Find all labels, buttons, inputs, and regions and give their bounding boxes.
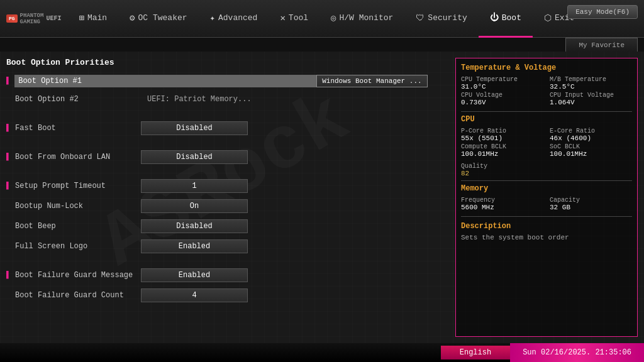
cpu-temp-section: CPU Temperature 31.0°C <box>461 76 543 90</box>
advanced-icon: ✦ <box>210 13 215 23</box>
boot-failure-msg-value: Enabled <box>141 268 248 282</box>
language-button[interactable]: English <box>441 346 510 359</box>
setup-prompt-row[interactable]: ▌ Setup Prompt Timeout 1 <box>6 178 449 194</box>
tab-advanced-label: Advanced <box>218 13 257 23</box>
boot-beep-row[interactable]: Boot Beep Disabled <box>6 218 449 234</box>
cpu-input-value: 1.064V <box>550 99 632 106</box>
oc-icon: ⚙ <box>130 13 135 23</box>
cpu-input-section: CPU Input Voltage 1.064V <box>550 92 632 106</box>
indicator-fast-boot: ▌ <box>6 124 11 133</box>
cpu-voltage-value: 0.736V <box>461 99 543 106</box>
tab-oc-label: OC Tweaker <box>138 13 187 23</box>
quality-label: Quality <box>461 163 632 170</box>
freq-section: Frequency 5600 MHz <box>461 197 543 211</box>
description-text: Sets the system boot order <box>461 233 632 243</box>
temp-voltage-title: Temperature & Voltage <box>461 63 632 72</box>
footer: English Sun 02/16/2025. 21:35:06 <box>0 343 644 362</box>
mb-temp-label: M/B Temperature <box>550 76 632 83</box>
left-panel: Boot Option Priorities ▌ Boot Option #1 … <box>6 58 449 337</box>
boot-option-2-label: Boot Option #2 <box>15 95 141 104</box>
quality-value: 82 <box>461 170 632 177</box>
setup-prompt-label: Setup Prompt Timeout <box>15 182 141 190</box>
description-title: Description <box>461 222 632 231</box>
pcore-section: P-Core Ratio 55x (5501) <box>461 128 543 142</box>
hw-icon: ◎ <box>331 13 336 23</box>
memory-title: Memory <box>461 184 632 193</box>
tab-tool[interactable]: ✕ Tool <box>269 0 319 38</box>
cpu-input-label: CPU Input Voltage <box>550 92 632 99</box>
boot-from-lan-value: Disabled <box>141 150 248 164</box>
full-screen-logo-value: Enabled <box>141 239 248 253</box>
numlock-label: Bootup Num-Lock <box>15 202 141 211</box>
compute-bclk-value: 100.01MHz <box>461 150 543 158</box>
logo-text: PHANTOMGAMING <box>20 13 44 25</box>
compute-bclk-section: Compute BCLK 100.01MHz <box>461 143 543 158</box>
cpu-temp-label: CPU Temperature <box>461 76 543 83</box>
uefi-label: UEFI <box>46 15 61 22</box>
boot-option-2-value: UEFI: Patriot Memory... <box>147 95 252 104</box>
capacity-value: 32 GB <box>550 204 632 211</box>
main-content: Boot Option Priorities ▌ Boot Option #1 … <box>0 52 644 343</box>
my-favorite-tab[interactable]: My Favorite <box>565 38 638 52</box>
mb-temp-value: 32.5°C <box>550 83 632 90</box>
tab-boot[interactable]: ⏻ Boot <box>479 0 533 38</box>
tool-icon: ✕ <box>280 13 285 23</box>
indicator-boot1: ▌ <box>6 77 11 85</box>
main-icon: ⊞ <box>79 13 84 23</box>
tab-security[interactable]: 🛡 Security <box>404 0 478 38</box>
tab-oc-tweaker[interactable]: ⚙ OC Tweaker <box>118 0 198 38</box>
boot-option-1-row[interactable]: ▌ Boot Option #1 Windows Boot Manager ..… <box>6 75 449 87</box>
boot-option-2-row[interactable]: Boot Option #2 UEFI: Patriot Memory... <box>6 91 449 107</box>
exit-icon: ⬡ <box>544 13 552 23</box>
boot-failure-count-row[interactable]: Boot Failure Guard Count 4 <box>6 287 449 304</box>
fast-boot-label: Fast Boot <box>15 124 141 133</box>
full-screen-logo-label: Full Screen Logo <box>15 242 141 251</box>
ecore-ratio-label: E-Core Ratio <box>550 128 632 134</box>
tab-main-label: Main <box>87 13 107 23</box>
freq-label: Frequency <box>461 197 543 204</box>
cpu-voltage-label: CPU Voltage <box>461 92 543 99</box>
boot-from-lan-row[interactable]: ▌ Boot From Onboard LAN Disabled <box>6 149 449 165</box>
cpu-temp-value: 31.0°C <box>461 83 543 90</box>
boot-option-1-label: Boot Option #1 <box>14 75 316 87</box>
cpu-grid: P-Core Ratio 55x (5501) E-Core Ratio 46x… <box>461 128 632 158</box>
full-screen-logo-row[interactable]: Full Screen Logo Enabled <box>6 238 449 255</box>
indicator-lan: ▌ <box>6 153 11 162</box>
indicator-failure-msg: ▌ <box>6 271 11 280</box>
soc-bclk-section: SoC BCLK 100.01MHz <box>550 143 632 158</box>
tab-main[interactable]: ⊞ Main <box>67 0 118 38</box>
freq-value: 5600 MHz <box>461 204 543 211</box>
easy-mode-button[interactable]: Easy Mode(F6) <box>567 5 638 19</box>
compute-bclk-label: Compute BCLK <box>461 143 543 150</box>
right-panel: Temperature & Voltage CPU Temperature 31… <box>455 58 638 337</box>
tab-security-label: Security <box>428 13 467 23</box>
soc-bclk-label: SoC BCLK <box>550 143 632 150</box>
mb-temp-section: M/B Temperature 32.5°C <box>550 76 632 90</box>
numlock-row[interactable]: Bootup Num-Lock On <box>6 198 449 214</box>
boot-failure-count-value: 4 <box>141 288 248 302</box>
description-section: Description Sets the system boot order <box>461 222 632 243</box>
boot-failure-msg-row[interactable]: ▌ Boot Failure Guard Message Enabled <box>6 267 449 283</box>
tab-hw-monitor[interactable]: ◎ H/W Monitor <box>319 0 404 38</box>
boot-icon: ⏻ <box>490 13 499 23</box>
tab-advanced[interactable]: ✦ Advanced <box>199 0 269 38</box>
capacity-section: Capacity 32 GB <box>550 197 632 211</box>
boot-option-1-value: Windows Boot Manager ... <box>316 75 427 87</box>
brand-logo: PG <box>6 14 18 23</box>
pcore-ratio-value: 55x (5501) <box>461 134 543 142</box>
numlock-value: On <box>141 199 248 213</box>
cpu-title: CPU <box>461 115 632 124</box>
tab-tool-label: Tool <box>289 13 308 23</box>
soc-bclk-value: 100.01MHz <box>550 150 632 158</box>
fast-boot-value: Disabled <box>141 121 248 135</box>
datetime-display: Sun 02/16/2025. 21:35:06 <box>510 343 644 362</box>
fast-boot-row[interactable]: ▌ Fast Boot Disabled <box>6 120 449 136</box>
sub-header: My Favorite <box>0 38 644 52</box>
boot-beep-label: Boot Beep <box>15 222 141 231</box>
boot-from-lan-label: Boot From Onboard LAN <box>15 153 141 162</box>
indicator-prompt: ▌ <box>6 182 11 190</box>
ecore-section: E-Core Ratio 46x (4600) <box>550 128 632 142</box>
header: PG PHANTOMGAMING UEFI ⊞ Main ⚙ OC Tweake… <box>0 0 644 38</box>
boot-failure-count-label: Boot Failure Guard Count <box>15 291 141 300</box>
security-icon: 🛡 <box>416 13 425 23</box>
